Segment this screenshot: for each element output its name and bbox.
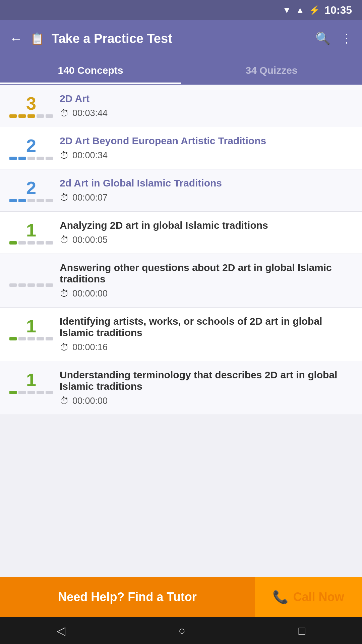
nav-recents-button[interactable]: □ <box>299 624 306 637</box>
signal-icon: ▲ <box>296 5 304 15</box>
item-duration: 00:00:00 <box>72 396 108 406</box>
bottom-banner: Need Help? Find a Tutor 📞 Call Now <box>0 577 362 617</box>
item-left: 2 <box>9 177 53 202</box>
progress-bar-segment <box>9 241 17 245</box>
more-options-icon[interactable]: ⋮ <box>341 32 353 46</box>
item-time: ⏱ 00:03:44 <box>60 108 353 119</box>
progress-bar-segment <box>46 241 53 245</box>
clock-icon: ⏱ <box>60 288 69 299</box>
item-right: 2D Art ⏱ 00:03:44 <box>60 93 353 119</box>
call-now-button[interactable]: 📞 Call Now <box>255 577 362 617</box>
find-tutor-banner[interactable]: Need Help? Find a Tutor <box>0 577 255 617</box>
item-duration: 00:00:07 <box>72 193 108 203</box>
item-count: 1 <box>26 371 36 389</box>
status-icons: ▼ ▲ ⚡ 10:35 <box>283 4 352 16</box>
item-left: 1 <box>9 369 53 394</box>
nav-home-button[interactable]: ○ <box>178 624 185 637</box>
progress-bar-segment <box>9 337 17 340</box>
progress-bars <box>9 391 53 394</box>
tab-bar: 140 Concepts 34 Quizzes <box>0 57 362 85</box>
item-right: 2D Art Beyond European Artistic Traditio… <box>60 135 353 161</box>
progress-bar-segment <box>27 337 35 340</box>
find-tutor-text: Need Help? Find a Tutor <box>58 590 196 604</box>
progress-bar-segment <box>18 114 26 118</box>
clock-icon: ⏱ <box>60 150 69 161</box>
clock-icon: ⏱ <box>60 395 69 407</box>
item-left: 1 <box>9 220 53 245</box>
item-title: Identifying artists, works, or schools o… <box>60 316 353 338</box>
progress-bar-segment <box>37 241 44 245</box>
battery-icon: ⚡ <box>309 5 320 15</box>
progress-bar-segment <box>37 337 44 340</box>
progress-bar-segment <box>18 241 26 245</box>
list-item[interactable]: 2 2D Art Beyond European Artistic Tradit… <box>0 127 362 169</box>
item-time: ⏱ 00:00:34 <box>60 150 353 161</box>
item-duration: 00:00:34 <box>72 150 108 161</box>
progress-bar-segment <box>46 199 53 202</box>
list-item[interactable]: 2 2d Art in Global Islamic Traditions ⏱ … <box>0 169 362 212</box>
list-item[interactable]: 1 Analyzing 2D art in global Islamic tra… <box>0 212 362 254</box>
item-right: Understanding terminology that describes… <box>60 369 353 407</box>
progress-bar-segment <box>46 283 53 287</box>
progress-bar-segment <box>27 241 35 245</box>
item-title: Answering other questions about 2D art i… <box>60 262 353 285</box>
progress-bar-segment <box>18 199 26 202</box>
item-left: 1 <box>9 316 53 340</box>
progress-bar-segment <box>18 157 26 160</box>
progress-bars <box>9 114 53 118</box>
progress-bar-segment <box>46 157 53 160</box>
tab-concepts[interactable]: 140 Concepts <box>0 57 181 84</box>
item-time: ⏱ 00:00:16 <box>60 342 353 353</box>
item-count: 2 <box>26 137 36 155</box>
progress-bar-segment <box>18 337 26 340</box>
progress-bar-segment <box>9 114 17 118</box>
item-count: 2 <box>26 179 36 197</box>
status-bar: ▼ ▲ ⚡ 10:35 <box>0 0 362 20</box>
progress-bar-segment <box>27 199 35 202</box>
tab-quizzes[interactable]: 34 Quizzes <box>181 57 362 84</box>
list-item[interactable]: 1 Identifying artists, works, or schools… <box>0 308 362 361</box>
progress-bar-segment <box>9 199 17 202</box>
wifi-icon: ▼ <box>283 5 291 15</box>
status-time: 10:35 <box>324 4 352 16</box>
item-duration: 00:00:05 <box>72 235 108 245</box>
clock-icon: ⏱ <box>60 108 69 119</box>
progress-bars <box>9 157 53 160</box>
progress-bar-segment <box>37 199 44 202</box>
item-count: 1 <box>26 317 36 335</box>
progress-bars <box>9 199 53 202</box>
search-icon[interactable]: 🔍 <box>315 32 330 46</box>
item-time: ⏱ 00:00:00 <box>60 395 353 407</box>
item-count: 3 <box>26 94 36 112</box>
item-left: 3 <box>9 93 53 118</box>
progress-bar-segment <box>46 391 53 394</box>
progress-bars <box>9 241 53 245</box>
progress-bars <box>9 283 53 287</box>
progress-bar-segment <box>18 391 26 394</box>
clock-icon: ⏱ <box>60 342 69 353</box>
progress-bar-segment <box>27 114 35 118</box>
item-time: ⏱ 00:00:05 <box>60 234 353 246</box>
item-left: 2 <box>9 135 53 160</box>
progress-bar-segment <box>37 391 44 394</box>
call-now-text: Call Now <box>293 590 344 604</box>
progress-bar-segment <box>46 114 53 118</box>
item-title: Understanding terminology that describes… <box>60 369 353 392</box>
list-item[interactable]: Answering other questions about 2D art i… <box>0 254 362 308</box>
progress-bar-segment <box>9 157 17 160</box>
document-icon: 📋 <box>30 32 44 45</box>
item-title: 2d Art in Global Islamic Traditions <box>60 177 353 189</box>
progress-bar-segment <box>27 391 35 394</box>
progress-bar-segment <box>37 157 44 160</box>
list-item[interactable]: 1 Understanding terminology that describ… <box>0 361 362 415</box>
item-title: 2D Art <box>60 93 353 104</box>
list-item[interactable]: 3 2D Art ⏱ 00:03:44 <box>0 85 362 127</box>
clock-icon: ⏱ <box>60 192 69 203</box>
page-title: Take a Practice Test <box>52 32 308 46</box>
nav-back-button[interactable]: ◁ <box>57 624 65 637</box>
back-button[interactable]: ← <box>9 31 23 46</box>
item-right: Answering other questions about 2D art i… <box>60 262 353 299</box>
item-title: Analyzing 2D art in global Islamic tradi… <box>60 220 353 231</box>
app-bar: ← 📋 Take a Practice Test 🔍 ⋮ <box>0 20 362 57</box>
progress-bar-segment <box>18 283 26 287</box>
